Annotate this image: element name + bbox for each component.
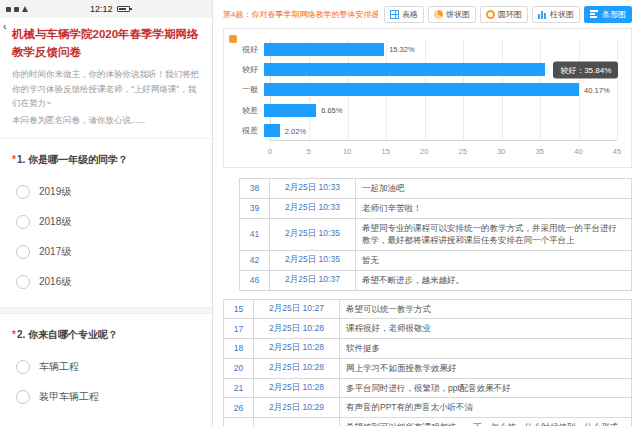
- survey-content: 机械与车辆学院2020年春季学期网络教学反馈问卷 你的时间你来做主，你的体验你说…: [0, 18, 212, 416]
- x-tick-label: 0: [268, 147, 272, 156]
- chart-bar[interactable]: [264, 43, 384, 56]
- question-label-text: 2. 你来自哪个专业呢？: [17, 329, 118, 340]
- pie-chart-icon: [434, 10, 443, 19]
- chart-bar-row: 很好15.32%: [232, 40, 617, 59]
- comment-text-cell: 课程很好，老师很敬业: [340, 319, 632, 339]
- comment-time-cell: 2月25日 10:29: [254, 398, 340, 418]
- comment-id-cell: 20: [224, 358, 254, 378]
- notification-icon: [6, 7, 11, 12]
- chart-bar-track: 2.02%: [264, 124, 617, 137]
- chart-value-label: 6.65%: [321, 106, 342, 115]
- required-asterisk: *: [12, 329, 16, 340]
- chart-value-label: 40.17%: [584, 85, 609, 94]
- view-button-label: 表格: [402, 9, 418, 20]
- view-button-label: 条形图: [602, 9, 626, 20]
- radio-icon[interactable]: [16, 275, 30, 289]
- questions-list: *1. 你是哪一年级的同学？2019级2018级2017级2016级*2. 你来…: [0, 139, 212, 416]
- chart-tooltip: 较好：35.84%: [553, 61, 618, 78]
- survey-intro: 你的时间你来做主，你的体验你说我听！我们将把你的学习体验反馈给授课老师，“上好网…: [0, 65, 212, 112]
- option-label: 2017级: [39, 245, 71, 259]
- back-icon[interactable]: ‹: [3, 21, 7, 32]
- comment-row: 272月25日 10:29希望签到可以把所有课程都统一一下，怎么签，什么时候签到…: [224, 418, 632, 426]
- view-button-pie[interactable]: 饼状图: [428, 6, 476, 23]
- chart-bar-track: 较好：35.84%: [264, 63, 617, 76]
- chart-category-label: 很好: [232, 44, 264, 55]
- chart-bar[interactable]: [264, 104, 316, 117]
- signal-icon: [22, 6, 28, 12]
- chart-plot: 很好15.32%较好较好：35.84%一般40.17%较差6.65%很差2.02…: [232, 39, 617, 141]
- comment-time-cell: 2月25日 10:28: [254, 358, 340, 378]
- option-label: 车辆工程: [39, 360, 79, 374]
- option-label: 2018级: [39, 215, 71, 229]
- comment-row: 152月25日 10:27希望可以统一教学方式: [224, 299, 632, 319]
- chart-bar[interactable]: [264, 63, 545, 76]
- view-button-column[interactable]: 柱状图: [532, 6, 580, 23]
- table-chart-icon: [390, 10, 399, 19]
- comment-id-cell: 38: [240, 179, 270, 199]
- option-label: 2016级: [39, 275, 71, 289]
- option-row[interactable]: 2019级: [12, 177, 200, 207]
- comment-id-cell: 46: [240, 270, 270, 290]
- comment-time-cell: 2月25日 10:29: [254, 418, 340, 426]
- comment-time-cell: 2月25日 10:33: [270, 198, 356, 218]
- radio-icon[interactable]: [16, 215, 30, 229]
- phone-status-bar: 12:12: [0, 0, 212, 18]
- phone-survey-panel: 12:12 ‹ 机械与车辆学院2020年春季学期网络教学反馈问卷 你的时间你来做…: [0, 0, 213, 426]
- x-tick-label: 10: [343, 147, 351, 156]
- comment-text-cell: 暂无: [356, 251, 632, 271]
- comment-time-cell: 2月25日 10:27: [254, 299, 340, 319]
- battery-icon: [117, 6, 130, 12]
- comment-text-cell: 网上学习不如面授教学效果好: [340, 358, 632, 378]
- hbar-chart-icon: [590, 10, 599, 19]
- option-row[interactable]: 车辆工程: [12, 352, 200, 382]
- option-row[interactable]: 2017级: [12, 237, 200, 267]
- comment-time-cell: 2月25日 10:33: [270, 179, 356, 199]
- donut-chart-icon: [486, 10, 495, 19]
- comment-row: 212月25日 10:28多平台同时进行，很繁琐，ppt配音效果不好: [224, 378, 632, 398]
- comment-time-cell: 2月25日 10:28: [254, 378, 340, 398]
- question-label: *2. 你来自哪个专业呢？: [12, 328, 200, 342]
- view-button-label: 圆环图: [498, 9, 522, 20]
- gridline: [617, 39, 618, 140]
- chart-value-label: 2.02%: [285, 126, 306, 135]
- option-row[interactable]: 装甲车辆工程: [12, 382, 200, 412]
- radio-icon[interactable]: [16, 185, 30, 199]
- comment-time-cell: 2月25日 10:37: [270, 270, 356, 290]
- option-row[interactable]: 2018级: [12, 207, 200, 237]
- comment-text-cell: 希望同专业的课程可以安排统一的教学方式，并采用统一的平台进行教学，最好都将课程讲…: [356, 218, 632, 251]
- radio-icon[interactable]: [16, 245, 30, 259]
- chart-category-label: 一般: [232, 84, 264, 95]
- question-label: *1. 你是哪一年级的同学？: [12, 153, 200, 167]
- option-row[interactable]: 2016级: [12, 267, 200, 297]
- chart-bar[interactable]: [264, 83, 579, 96]
- comment-text-cell: 软件挺多: [340, 339, 632, 359]
- comment-time-cell: 2月25日 10:35: [270, 251, 356, 271]
- results-header: 第4题：你对春季学期网络教学的整体安排感觉怎么样？ [单选题] 表格饼状图圆环图…: [223, 5, 632, 26]
- radio-icon[interactable]: [16, 390, 30, 404]
- x-tick-label: 5: [306, 147, 310, 156]
- results-panel: 第4题：你对春季学期网络教学的整体安排感觉怎么样？ [单选题] 表格饼状图圆环图…: [213, 0, 640, 426]
- required-asterisk: *: [12, 154, 16, 165]
- survey-intro-note: 本问卷为匿名问卷，请你放心说......: [0, 111, 212, 128]
- comment-row: 172月25日 10:28课程很好，老师很敬业: [224, 319, 632, 339]
- chart-x-axis: 051015202530354045: [270, 147, 617, 158]
- view-button-table[interactable]: 表格: [384, 6, 424, 23]
- view-button-label: 柱状图: [550, 9, 574, 20]
- chart-bar-row: 较差6.65%: [232, 101, 617, 120]
- chart-bar-row: 很差2.02%: [232, 121, 617, 140]
- status-icons: [6, 6, 28, 12]
- comment-row: 382月25日 10:33一起加油吧: [240, 179, 632, 199]
- radio-icon[interactable]: [16, 360, 30, 374]
- view-button-hbar[interactable]: 条形图: [584, 6, 632, 23]
- chart-bar[interactable]: [264, 124, 280, 137]
- chart-category-label: 较好: [232, 64, 264, 75]
- status-time-group: 12:12: [90, 0, 130, 18]
- bar-chart: 很好15.32%较好较好：35.84%一般40.17%较差6.65%很差2.02…: [223, 28, 632, 168]
- section-divider: [0, 307, 212, 314]
- comment-row: 412月25日 10:35希望同专业的课程可以安排统一的教学方式，并采用统一的平…: [240, 218, 632, 251]
- view-button-donut[interactable]: 圆环图: [480, 6, 528, 23]
- comment-id-cell: 39: [240, 198, 270, 218]
- comment-row: 422月25日 10:35暂无: [240, 251, 632, 271]
- comment-id-cell: 42: [240, 251, 270, 271]
- chart-bar-row: 较好较好：35.84%: [232, 60, 617, 79]
